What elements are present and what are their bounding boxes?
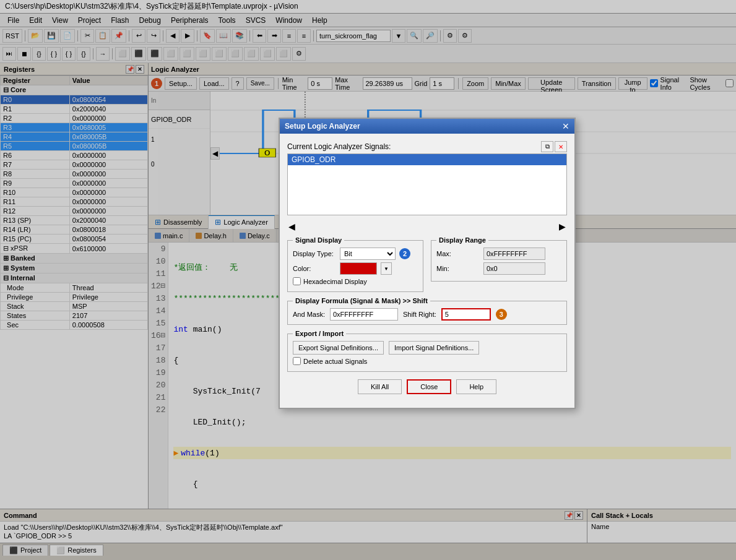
display-range-fieldset: Display Range Max: Min:	[431, 236, 567, 282]
formula-row: And Mask: Shift Right: 3	[293, 308, 561, 321]
formula-legend: Display Formula (Signal & Mask) >> Shift	[293, 297, 430, 304]
signal-delete-icon[interactable]: ✕	[555, 141, 567, 152]
delete-signals-label: Delete actual Signals	[303, 358, 367, 365]
scroll-left-arrow[interactable]: ◀	[287, 222, 297, 231]
max-input[interactable]	[483, 248, 545, 260]
signal-display-fieldset: Signal Display Display Type: Bit Analog …	[287, 236, 423, 292]
hex-display-label: Hexadecimal Display	[303, 278, 367, 285]
step-3-indicator: 3	[496, 309, 507, 320]
display-type-row: Display Type: Bit Analog Unsigned Signed…	[293, 248, 418, 260]
export-signal-btn[interactable]: Export Signal Definitions...	[293, 341, 384, 355]
signal-list-icons: ⧉ ✕	[541, 141, 567, 152]
modal-title: Setup Logic Analyzer	[285, 122, 360, 131]
min-row: Min:	[436, 262, 561, 275]
modal-two-col: Signal Display Display Type: Bit Analog …	[287, 236, 567, 297]
and-mask-label: And Mask:	[293, 311, 325, 318]
close-btn[interactable]: Close	[407, 379, 451, 394]
modal-footer: Kill All Close Help	[287, 377, 567, 400]
modal-overlay: Setup Logic Analyzer ✕ Current Logic Ana…	[0, 0, 736, 560]
export-btns-row: Export Signal Definitions... Import Sign…	[293, 341, 561, 355]
color-row: Color: ▼	[293, 262, 418, 275]
min-label: Min:	[436, 265, 480, 272]
import-signal-btn[interactable]: Import Signal Definitions...	[389, 341, 479, 355]
signal-display-legend: Signal Display	[293, 236, 344, 244]
max-label: Max:	[436, 250, 480, 257]
kill-all-btn[interactable]: Kill All	[358, 379, 402, 394]
modal-signal-list[interactable]: GPIOB_ODR	[287, 153, 567, 215]
signals-label: Current Logic Analyzer Signals:	[287, 142, 391, 151]
display-type-label: Display Type:	[293, 250, 336, 257]
export-fieldset: Export / Import Export Signal Definition…	[287, 330, 567, 372]
scroll-right-arrow[interactable]: ▶	[558, 222, 567, 231]
display-type-select[interactable]: Bit Analog Unsigned Signed	[340, 248, 396, 260]
signals-header-row: Current Logic Analyzer Signals: ⧉ ✕	[287, 141, 567, 152]
modal-body: Current Logic Analyzer Signals: ⧉ ✕ GPIO…	[280, 134, 574, 408]
hex-display-row: Hexadecimal Display	[293, 277, 418, 285]
min-input[interactable]	[483, 262, 545, 275]
hex-display-checkbox[interactable]	[293, 277, 301, 285]
max-row: Max:	[436, 248, 561, 260]
delete-signals-checkbox[interactable]	[293, 357, 301, 365]
display-range-col: Display Range Max: Min:	[431, 236, 567, 297]
modal-close-btn[interactable]: ✕	[562, 122, 569, 131]
display-range-legend: Display Range	[436, 236, 488, 244]
step-2-indicator: 2	[399, 248, 410, 259]
help-btn[interactable]: Help	[456, 379, 496, 394]
color-label: Color:	[293, 265, 336, 272]
signal-item-text: GPIOB_ODR	[292, 155, 336, 164]
delete-signals-row: Delete actual Signals	[293, 357, 561, 365]
and-mask-input[interactable]	[330, 308, 398, 321]
color-picker-btn[interactable]	[340, 262, 377, 275]
signal-list-scroll: ◀ ▶	[287, 222, 567, 231]
shift-right-label: Shift Right:	[403, 311, 436, 318]
signal-display-col: Signal Display Display Type: Bit Analog …	[287, 236, 423, 297]
export-legend: Export / Import	[293, 330, 346, 337]
modal-title-bar: Setup Logic Analyzer ✕	[280, 119, 574, 134]
shift-right-input[interactable]	[441, 308, 491, 321]
setup-logic-analyzer-dialog: Setup Logic Analyzer ✕ Current Logic Ana…	[279, 118, 576, 409]
formula-fieldset: Display Formula (Signal & Mask) >> Shift…	[287, 297, 567, 325]
color-dropdown-btn[interactable]: ▼	[381, 262, 392, 275]
signal-item-gpiob[interactable]: GPIOB_ODR	[288, 154, 566, 165]
signal-copy-icon[interactable]: ⧉	[541, 141, 553, 152]
